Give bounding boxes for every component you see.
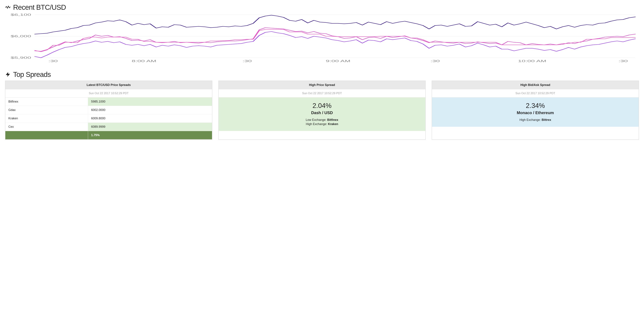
- panel-title: High Price Spread: [219, 81, 425, 89]
- price-cell: 5985.1000: [88, 98, 212, 106]
- panel-timestamp: Sun Oct 22 2017 10:52:29 PDT: [5, 89, 212, 98]
- summary-row: 1.75%: [5, 131, 212, 139]
- svg-marker-13: [6, 72, 10, 77]
- svg-text::30: :30: [48, 59, 58, 63]
- table-row: Bitfinex5985.1000: [5, 98, 212, 106]
- panel-title: High Bid/Ask Spread: [432, 81, 639, 89]
- high-price-spread-panel: High Price Spread Sun Oct 22 2017 10:52:…: [218, 81, 426, 140]
- summary-pct: 1.75%: [88, 131, 212, 139]
- svg-text::30: :30: [242, 59, 252, 63]
- spread-pair: Dash / USD: [220, 110, 424, 115]
- high-bid-ask-spread-panel: High Bid/Ask Spread Sun Oct 22 2017 10:5…: [432, 81, 639, 140]
- section-header-spreads: Top Spreads: [5, 71, 639, 79]
- exchange-cell: Bitfinex: [5, 98, 88, 106]
- high-price-spread-card: 2.04% Dash / USD Low Exchange: Bitfinex …: [219, 98, 425, 131]
- svg-text:$5,900: $5,900: [10, 56, 31, 59]
- bolt-icon: [5, 72, 11, 77]
- section-title-chart: Recent BTC/USD: [13, 3, 66, 12]
- btc-usd-chart: $5,900$6,000$6,100:308:00 AM:309:00 AM:3…: [5, 14, 639, 64]
- activity-icon: [5, 5, 11, 10]
- spread-pct: 2.04%: [220, 102, 424, 109]
- svg-text:$6,100: $6,100: [10, 14, 31, 17]
- price-cell: 6002.0000: [88, 106, 212, 114]
- low-exchange-line: Low Exchange: Bitfinex: [220, 118, 424, 122]
- exchange-cell: Gdax: [5, 106, 88, 114]
- svg-text:$6,000: $6,000: [10, 35, 31, 38]
- price-cell: 6009.8000: [88, 114, 212, 123]
- panel-timestamp: Sun Oct 22 2017 10:52:29 PDT: [432, 89, 639, 98]
- svg-text:9:00 AM: 9:00 AM: [326, 59, 350, 63]
- svg-text::30: :30: [430, 59, 440, 63]
- section-header-chart: Recent BTC/USD: [5, 3, 639, 12]
- price-spread-table: Bitfinex5985.1000Gdax6002.0000Kraken6009…: [5, 98, 212, 139]
- panel-title: Latest BTC/USD Price Spreads: [5, 81, 212, 89]
- table-row: Kraken6009.8000: [5, 114, 212, 123]
- table-row: Cex6089.9999: [5, 123, 212, 131]
- section-title-spreads: Top Spreads: [13, 71, 51, 79]
- high-exchange-line: High Exchange: Bittrex: [434, 118, 637, 122]
- latest-spreads-panel: Latest BTC/USD Price Spreads Sun Oct 22 …: [5, 81, 212, 140]
- table-row: Gdax6002.0000: [5, 106, 212, 114]
- svg-text::30: :30: [618, 59, 628, 63]
- svg-text:10:00 AM: 10:00 AM: [518, 59, 546, 63]
- high-bid-ask-spread-card: 2.34% Monaco / Ethereum High Exchange: B…: [432, 98, 639, 127]
- high-exchange-line: High Exchange: Kraken: [220, 122, 424, 126]
- exchange-cell: Kraken: [5, 114, 88, 123]
- panel-timestamp: Sun Oct 22 2017 10:52:29 PDT: [219, 89, 425, 98]
- price-cell: 6089.9999: [88, 123, 212, 131]
- spread-pair: Monaco / Ethereum: [434, 110, 637, 115]
- exchange-cell: Cex: [5, 123, 88, 131]
- svg-text:8:00 AM: 8:00 AM: [132, 59, 156, 63]
- spread-pct: 2.34%: [434, 102, 637, 109]
